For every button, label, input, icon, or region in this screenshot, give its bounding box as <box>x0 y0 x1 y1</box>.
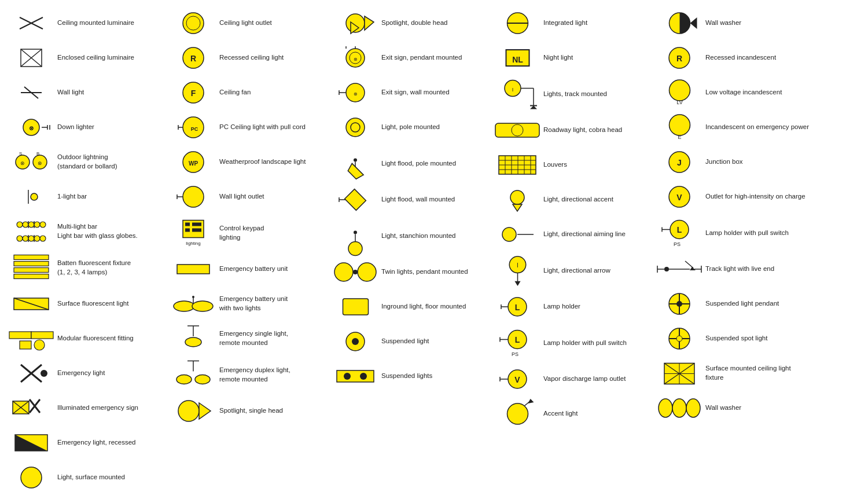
svg-point-107 <box>354 159 357 162</box>
incandescent-emergency-icon: E <box>653 113 705 142</box>
list-item: Wall light <box>3 75 165 110</box>
svg-text:⊗: ⊗ <box>20 160 25 166</box>
svg-text:F: F <box>191 89 196 98</box>
accent-light-icon <box>491 402 543 425</box>
emergency-light-icon <box>5 362 57 385</box>
svg-marker-109 <box>346 163 363 181</box>
item-label: Lamp holder with pull switch <box>705 229 811 238</box>
list-item: L Lamp holder <box>489 289 651 324</box>
outlet-high-intensity-icon: V <box>653 185 705 208</box>
svg-point-28 <box>40 222 46 227</box>
item-label: Light, directional aiming line <box>543 230 649 239</box>
svg-point-105 <box>346 118 365 137</box>
svg-text:R: R <box>676 54 682 63</box>
list-item: Suspended light <box>327 324 489 359</box>
svg-marker-92 <box>199 403 211 419</box>
list-item: Emergency battery unit with two lights <box>165 287 327 321</box>
svg-point-113 <box>354 231 357 234</box>
svg-rect-79 <box>177 265 209 274</box>
item-label: Outdoor lightning (standard or bollard) <box>57 153 163 171</box>
svg-point-55 <box>21 467 42 488</box>
svg-text:⊗: ⊗ <box>354 57 358 62</box>
svg-marker-147 <box>513 204 522 211</box>
svg-point-81 <box>192 301 213 311</box>
light-directional-aiming-icon <box>491 223 543 246</box>
svg-point-27 <box>34 222 40 227</box>
svg-rect-35 <box>14 262 49 266</box>
svg-text:I: I <box>517 262 518 269</box>
list-item: Ceiling mounted luminaire <box>3 6 165 41</box>
item-label: Integrated light <box>543 19 649 28</box>
svg-text:L: L <box>515 303 520 312</box>
svg-rect-42 <box>20 341 31 349</box>
item-label: Louvers <box>543 160 649 170</box>
item-label: Surface mounted ceiling light fixture <box>705 364 811 382</box>
pc-ceiling-pull-icon: PC <box>167 116 219 139</box>
list-item: Emergency light, recessed <box>3 425 165 460</box>
item-label: Light, directional accent <box>543 195 649 204</box>
svg-rect-119 <box>343 299 368 315</box>
svg-point-121 <box>352 338 359 345</box>
exit-sign-wall-icon: ⊗ <box>329 81 381 104</box>
list-item: 1-light bar <box>3 179 165 214</box>
wall-washer-half-icon <box>653 12 705 35</box>
svg-point-117 <box>358 263 376 281</box>
svg-point-31 <box>28 236 34 241</box>
item-label: Lamp holder with pull switch <box>543 339 649 348</box>
item-label: Light, stanchion mounted <box>381 232 487 241</box>
lamp-holder-pull2-icon: L PS <box>653 217 705 249</box>
list-item: Batten fluorescent fixture (1, 2, 3, 4 l… <box>3 249 165 287</box>
svg-text:V: V <box>514 375 520 384</box>
suspended-lights-icon <box>329 365 381 388</box>
svg-point-24 <box>17 222 23 227</box>
svg-point-176 <box>669 115 690 135</box>
svg-point-89 <box>176 375 192 384</box>
light-flood-wall-icon <box>329 188 381 211</box>
svg-point-32 <box>34 236 40 241</box>
svg-text:NL: NL <box>512 55 523 64</box>
spotlight-double-icon <box>329 9 381 38</box>
list-item: Illuminated emergency sign <box>3 391 165 425</box>
twin-lights-pendant-icon <box>329 260 381 284</box>
svg-text:E: E <box>678 134 681 140</box>
list-item: Wall washer <box>651 6 813 41</box>
light-directional-accent-icon <box>491 188 543 211</box>
item-label: Suspended lights <box>381 372 487 381</box>
svg-point-46 <box>41 370 47 377</box>
recessed-ceiling-light-icon: R <box>167 46 219 69</box>
light-flood-pole-icon <box>329 148 381 179</box>
track-light-live-icon <box>653 258 705 281</box>
list-item: Roadway light, cobra head <box>489 113 651 148</box>
svg-point-115 <box>348 242 362 256</box>
list-item: E Incandescent on emergency power <box>651 110 813 145</box>
ceiling-fan-icon: F <box>167 81 219 104</box>
svg-rect-73 <box>192 223 197 226</box>
weatherproof-landscape-icon: WP <box>167 150 219 174</box>
svg-rect-122 <box>337 370 374 382</box>
svg-point-43 <box>34 340 45 350</box>
item-label: Wall light <box>57 88 163 97</box>
list-item: Track light with live end <box>651 252 813 287</box>
item-label: Emergency light, recessed <box>57 438 163 447</box>
column-0: Ceiling mounted luminaire Enclosed ceili… <box>3 6 165 492</box>
item-label: Light flood, pole mounted <box>381 159 487 168</box>
list-item: I Light, directional arrow <box>489 252 651 289</box>
item-label: Down lighter <box>57 123 163 132</box>
illuminated-emergency-sign-icon <box>5 396 57 420</box>
item-label: Light flood, wall mounted <box>381 195 487 204</box>
svg-point-25 <box>23 222 28 227</box>
light-pole-mounted-icon <box>329 113 381 142</box>
recessed-incandescent-icon: R <box>653 46 705 69</box>
svg-point-70 <box>183 186 204 207</box>
vapor-discharge-icon: V <box>491 368 543 391</box>
svg-text:L: L <box>514 335 520 344</box>
column-3: Integrated light NL Night light I Lights… <box>489 6 651 492</box>
svg-marker-153 <box>514 281 520 286</box>
svg-rect-41 <box>31 332 53 339</box>
item-label: Light, pole mounted <box>381 123 487 132</box>
svg-rect-72 <box>185 223 190 226</box>
list-item: Enclosed ceiling luminaire <box>3 41 165 75</box>
svg-rect-75 <box>185 229 190 232</box>
list-item: F Ceiling fan <box>165 75 327 110</box>
item-label: Spotlight, single head <box>219 406 325 416</box>
